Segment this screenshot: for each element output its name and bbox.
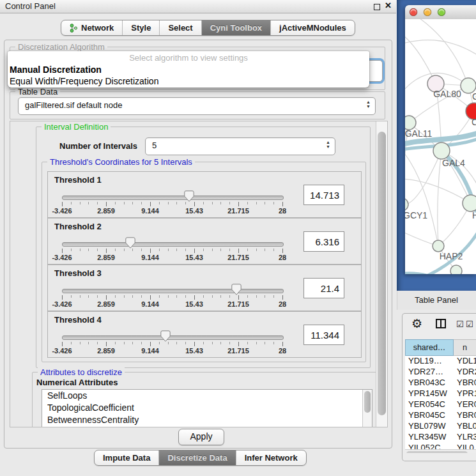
list-scrollbar[interactable] bbox=[362, 390, 372, 427]
checkbox-column-icon[interactable]: ☑ bbox=[466, 319, 473, 329]
tab-label: Select bbox=[168, 23, 192, 33]
table-row[interactable]: YBR043CYBR0 bbox=[405, 378, 476, 388]
table-row[interactable]: YDL19…YDL1 bbox=[405, 356, 476, 367]
column-header-name[interactable]: n bbox=[454, 339, 476, 356]
gear-icon[interactable]: ⚙ bbox=[411, 316, 422, 331]
close-icon[interactable]: ✕ bbox=[385, 1, 392, 10]
numerical-attributes-label: Numerical Attributes bbox=[36, 378, 118, 387]
tick-label: 9.144 bbox=[141, 254, 159, 261]
float-panel-icon[interactable] bbox=[374, 4, 380, 10]
table-row[interactable]: YPR145WYPR1 bbox=[405, 388, 476, 399]
network-node-hap2[interactable] bbox=[433, 240, 444, 252]
tab-label: Cyni Toolbox bbox=[210, 23, 262, 33]
slider-thumb[interactable] bbox=[231, 284, 242, 295]
tick-mark bbox=[124, 342, 125, 344]
tick-mark bbox=[62, 202, 63, 206]
tick-mark bbox=[141, 202, 142, 204]
network-edge[interactable] bbox=[438, 151, 441, 246]
tab-style[interactable]: Style bbox=[122, 20, 159, 35]
tick-mark bbox=[273, 202, 274, 204]
settings-scrollbar-thumb[interactable] bbox=[378, 132, 386, 415]
tab-infer-network[interactable]: Infer Network bbox=[236, 450, 306, 465]
slider-track[interactable] bbox=[62, 335, 284, 340]
tab-network[interactable]: Network bbox=[61, 20, 122, 35]
tick-label: 15.43 bbox=[185, 254, 203, 261]
settings-scrollbar[interactable] bbox=[376, 121, 387, 427]
tick-mark bbox=[238, 249, 239, 253]
table-row[interactable]: YBR045CYBR0 bbox=[405, 410, 476, 421]
table-row[interactable]: YLR345WYLR3 bbox=[405, 432, 476, 443]
network-node-gcy1[interactable] bbox=[405, 198, 408, 211]
network-node-h[interactable] bbox=[463, 195, 476, 211]
slider-thumb[interactable] bbox=[125, 237, 135, 249]
table-horizontal-scrollbar[interactable] bbox=[405, 449, 476, 453]
tick-mark bbox=[168, 342, 169, 344]
tick-mark bbox=[247, 295, 248, 298]
tick-label: -3.426 bbox=[52, 207, 72, 215]
tab-impute-data[interactable]: Impute Data bbox=[95, 450, 158, 465]
popup-option-manual-discretization[interactable]: Manual Discretization bbox=[10, 65, 102, 75]
number-of-intervals-combo[interactable]: 5 ▲▼ bbox=[145, 137, 335, 155]
popup-option-equal-width-frequency[interactable]: Equal Width/Frequency Discretization bbox=[10, 76, 158, 86]
tab-select[interactable]: Select bbox=[159, 20, 201, 35]
tick-mark bbox=[71, 202, 72, 204]
network-edge[interactable] bbox=[405, 151, 441, 204]
network-edge[interactable] bbox=[405, 32, 436, 84]
slider-track[interactable] bbox=[62, 289, 284, 293]
network-graph[interactable]: GAL80GCGAL11GAL4GCY1HHAP2 bbox=[405, 19, 476, 274]
threshold-panel: Threshold 1-3.4262.8599.14415.4321.71528… bbox=[47, 171, 362, 218]
table-row[interactable]: YDR27…YDR2 bbox=[405, 367, 476, 378]
tick-mark bbox=[97, 295, 98, 298]
threshold-value-field[interactable]: 21.4 bbox=[303, 278, 344, 298]
tick-mark bbox=[124, 202, 125, 204]
close-traffic-light[interactable] bbox=[410, 8, 417, 16]
network-node[interactable] bbox=[450, 265, 462, 274]
tab-jactivemnodules[interactable]: jActiveMNodules bbox=[270, 20, 355, 35]
list-item[interactable]: BetweennessCentrality bbox=[42, 414, 372, 426]
tick-mark bbox=[159, 249, 160, 251]
threshold-value-field[interactable]: 11.344 bbox=[303, 325, 344, 345]
threshold-value-field[interactable]: 14.713 bbox=[303, 185, 344, 205]
minimize-traffic-light[interactable] bbox=[424, 8, 431, 16]
apply-button[interactable]: Apply bbox=[178, 429, 224, 445]
tick-mark bbox=[185, 202, 186, 204]
algorithm-dropdown-popup: Select algorithm to view settings Manual… bbox=[8, 51, 369, 88]
tab-cyni-toolbox[interactable]: Cyni Toolbox bbox=[201, 20, 270, 35]
table-scrollbar-thumb[interactable] bbox=[406, 451, 468, 453]
slider-thumb[interactable] bbox=[160, 330, 171, 342]
zoom-traffic-light[interactable] bbox=[438, 8, 445, 16]
network-node-gal4[interactable] bbox=[433, 142, 450, 159]
list-scrollbar-thumb[interactable] bbox=[364, 391, 371, 413]
network-window-titlebar[interactable] bbox=[405, 5, 476, 20]
network-canvas[interactable]: GAL80GCGAL11GAL4GCY1HHAP2 bbox=[405, 19, 476, 274]
network-edge[interactable] bbox=[405, 147, 438, 246]
table-data-groupbox: Table Data galFiltered.sif default node … bbox=[10, 91, 385, 119]
network-node-gal11[interactable] bbox=[405, 116, 416, 130]
tick-label: 2.859 bbox=[97, 347, 115, 355]
tick-mark bbox=[256, 249, 257, 251]
list-item[interactable]: SelfLoops bbox=[42, 390, 372, 402]
column-header-shared-name[interactable]: shared… bbox=[405, 339, 454, 356]
tab-discretize-data[interactable]: Discretize Data bbox=[158, 450, 235, 465]
node-table: shared… n YDL19…YDL1YDR27…YDR2YBR043CYBR… bbox=[405, 339, 476, 453]
slider-track[interactable] bbox=[62, 242, 284, 247]
tab-label: Style bbox=[131, 23, 151, 33]
list-item[interactable]: TopologicalCoefficient bbox=[42, 402, 372, 414]
tick-label: 15.43 bbox=[185, 207, 203, 215]
checkbox-column-icon[interactable]: ☑ bbox=[456, 319, 464, 329]
tick-mark bbox=[88, 295, 89, 298]
table-row[interactable]: YER054CYER0 bbox=[405, 399, 476, 410]
threshold-value-field[interactable]: 6.316 bbox=[303, 231, 344, 252]
table-data-combo[interactable]: galFiltered.sif default node ▲▼ bbox=[18, 97, 376, 115]
slider-thumb[interactable] bbox=[184, 190, 194, 202]
split-columns-icon[interactable] bbox=[436, 319, 446, 328]
table-row[interactable]: YIL052CYIL0 bbox=[405, 443, 476, 449]
tick-mark bbox=[168, 295, 169, 298]
cell-shared-name: YBR043C bbox=[405, 378, 454, 388]
table-row[interactable]: YBL079WYBL0 bbox=[405, 421, 476, 432]
slider-track[interactable] bbox=[62, 196, 284, 200]
numerical-attributes-list[interactable]: SelfLoopsTopologicalCoefficientBetweenne… bbox=[42, 389, 372, 427]
network-tree-icon bbox=[70, 24, 78, 33]
tick-mark bbox=[80, 295, 81, 298]
attributes-group-title: Attributes to discretize bbox=[38, 367, 125, 377]
